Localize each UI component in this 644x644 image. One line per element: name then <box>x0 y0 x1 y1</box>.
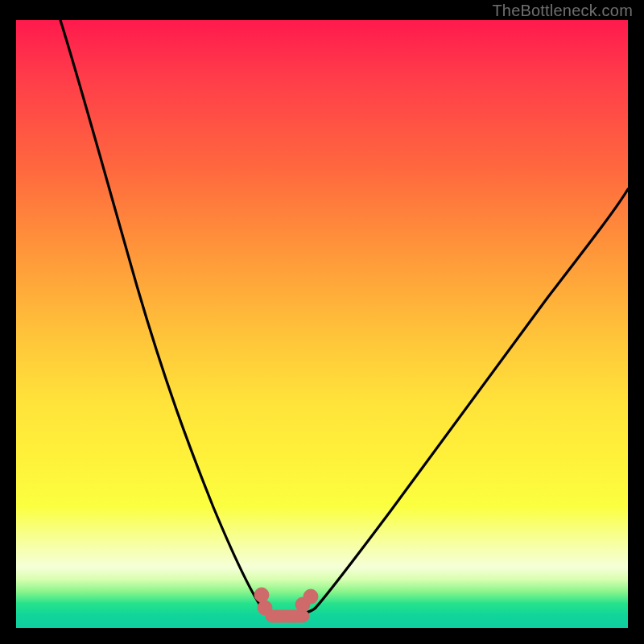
valley-dot <box>254 588 269 602</box>
curve-right-arm <box>316 189 628 608</box>
plot-area <box>16 20 628 628</box>
valley-dot <box>303 589 318 604</box>
valley-markers <box>254 588 318 622</box>
outer-frame: TheBottleneck.com <box>0 0 644 644</box>
bottleneck-curve <box>16 20 628 628</box>
curve-left-arm <box>60 20 262 608</box>
watermark-text: TheBottleneck.com <box>492 2 633 20</box>
